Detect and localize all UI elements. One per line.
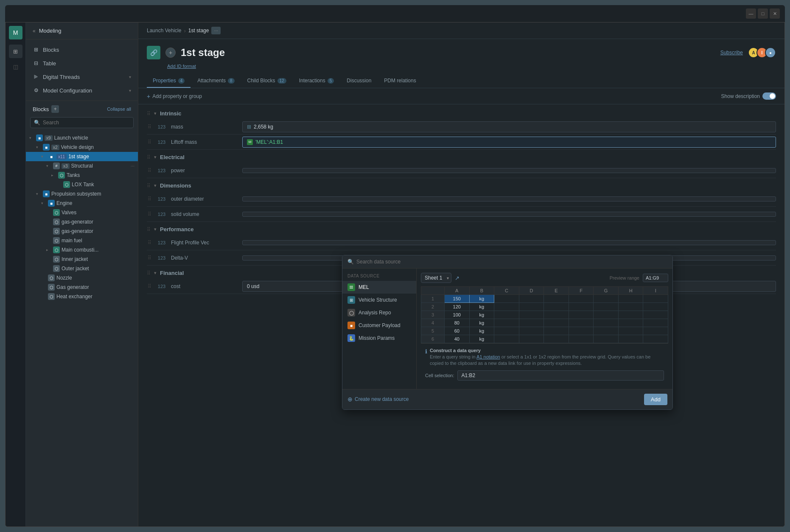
nav-icon-1[interactable]: ⊞ — [9, 45, 22, 58]
tab-child-blocks[interactable]: Child Blocks 12 — [241, 74, 292, 88]
grid-cell-4h[interactable] — [618, 319, 643, 327]
blocks-add-button[interactable]: + — [51, 105, 59, 113]
grid-cell-3a[interactable]: 100 — [445, 311, 470, 319]
section-header-intrinsic[interactable]: ⠿ ▾ Intrinsic — [147, 108, 776, 119]
grid-cell-4e[interactable] — [544, 319, 569, 327]
grid-header-h[interactable]: H — [618, 287, 643, 295]
section-header-electrical[interactable]: ⠿ ▾ Electrical — [147, 151, 776, 163]
grid-cell-5h[interactable] — [618, 327, 643, 335]
grid-cell-6a[interactable]: 40 — [445, 335, 470, 343]
tab-attachments[interactable]: Attachments 8 — [191, 74, 240, 88]
tree-item-nozzle[interactable]: ▸ ⬡ Nozzle — [26, 273, 138, 283]
nav-icon-2[interactable]: ◫ — [9, 60, 22, 73]
cell-selection-input[interactable] — [457, 370, 664, 381]
tab-properties[interactable]: Properties 4 — [147, 74, 190, 88]
tree-item-propulsion[interactable]: ▾ ■ Propulsion subsystem — [26, 189, 138, 199]
grid-cell-5d[interactable] — [519, 327, 544, 335]
toggle-switch[interactable] — [762, 92, 776, 100]
add-block-button[interactable]: + — [165, 48, 176, 58]
grid-cell-2h[interactable] — [618, 303, 643, 311]
add-data-button[interactable]: Add — [644, 394, 667, 405]
tree-item-gas-gen-main[interactable]: ▸ ⬡ Gas generator — [26, 283, 138, 292]
datasource-item-mission-params[interactable]: 🐍 Mission Params — [342, 332, 416, 344]
sidebar-item-model-config[interactable]: ⚙ Model Configuration ▾ — [26, 84, 138, 97]
grid-cell-1f[interactable] — [569, 295, 594, 303]
sidebar-item-digital-threads[interactable]: ⫸ Digital Threads ▾ — [26, 70, 138, 84]
value-cell[interactable] — [242, 240, 776, 245]
grid-cell-1b[interactable]: kg — [469, 295, 494, 303]
grid-cell-5i[interactable] — [643, 327, 668, 335]
grid-header-c[interactable]: C — [494, 287, 519, 295]
grid-cell-4d[interactable] — [519, 319, 544, 327]
grid-cell-6c[interactable] — [494, 335, 519, 343]
grid-cell-2d[interactable] — [519, 303, 544, 311]
grid-cell-5g[interactable] — [594, 327, 619, 335]
tree-item-engine[interactable]: ▾ ■ Engine — [26, 199, 138, 208]
sidebar-item-blocks[interactable]: ⊞ Blocks — [26, 43, 138, 56]
tree-item-inner-jacket[interactable]: ▸ ⬡ Inner jacket — [26, 255, 138, 264]
grid-cell-3c[interactable] — [494, 311, 519, 319]
datasource-search-input[interactable] — [356, 259, 667, 265]
value-cell[interactable]: ⊞ 2,658 kg — [242, 121, 776, 132]
grid-cell-4i[interactable] — [643, 319, 668, 327]
grid-header-i[interactable]: I — [643, 287, 668, 295]
grid-cell-1d[interactable] — [519, 295, 544, 303]
datasource-item-analysis-repo[interactable]: ◯ Analysis Repo — [342, 306, 416, 319]
grid-cell-2g[interactable] — [594, 303, 619, 311]
grid-cell-1i[interactable] — [643, 295, 668, 303]
tree-item-vehicle-design[interactable]: ▾ ■ x2 Vehicle design — [26, 143, 138, 152]
grid-cell-5b[interactable]: kg — [469, 327, 494, 335]
tree-item-valves[interactable]: ▸ ⬡ Valves — [26, 208, 138, 217]
tree-item-tanks[interactable]: ▸ ⬡ Tanks — [26, 171, 138, 180]
grid-cell-4c[interactable] — [494, 319, 519, 327]
preview-range-input[interactable] — [643, 274, 668, 282]
grid-cell-2e[interactable] — [544, 303, 569, 311]
external-link-button[interactable]: ↗ — [455, 275, 459, 281]
grid-cell-3b[interactable]: kg — [469, 311, 494, 319]
grid-cell-1g[interactable] — [594, 295, 619, 303]
subscribe-button[interactable]: Subscribe — [720, 50, 743, 56]
grid-cell-6i[interactable] — [643, 335, 668, 343]
add-id-format-button[interactable]: Add ID format — [167, 64, 196, 69]
tree-item-main-combusti[interactable]: ▸ ⬡ Main combusti... — [26, 245, 138, 255]
tree-item-gas-gen-1[interactable]: ▸ ⬡ gas-generator — [26, 217, 138, 227]
grid-cell-6h[interactable] — [618, 335, 643, 343]
grid-cell-2c[interactable] — [494, 303, 519, 311]
grid-cell-4f[interactable] — [569, 319, 594, 327]
grid-cell-2b[interactable]: kg — [469, 303, 494, 311]
grid-cell-3e[interactable] — [544, 311, 569, 319]
minimize-btn[interactable]: — — [746, 8, 756, 19]
section-header-performance[interactable]: ⠿ ▾ Performance — [147, 224, 776, 235]
collapse-all-button[interactable]: Collapse all — [107, 106, 131, 112]
grid-cell-5c[interactable] — [494, 327, 519, 335]
datasource-item-vehicle-structure[interactable]: ⊞ Vehicle Structure — [342, 294, 416, 306]
grid-header-d[interactable]: D — [519, 287, 544, 295]
close-btn[interactable]: ✕ — [770, 8, 780, 19]
grid-cell-3g[interactable] — [594, 311, 619, 319]
add-property-button[interactable]: + Add property or group — [147, 93, 202, 100]
value-cell[interactable] — [242, 196, 776, 202]
tab-pdm-relations[interactable]: PDM relations — [378, 74, 422, 88]
grid-cell-5e[interactable] — [544, 327, 569, 335]
tab-discussion[interactable]: Discussion — [341, 74, 377, 88]
value-cell[interactable] — [242, 168, 776, 173]
tree-item-gas-gen-2[interactable]: ▸ ⬡ gas-generator — [26, 227, 138, 236]
grid-cell-3i[interactable] — [643, 311, 668, 319]
grid-cell-2i[interactable] — [643, 303, 668, 311]
maximize-btn[interactable]: □ — [758, 8, 768, 19]
tab-interactions[interactable]: Interactions 5 — [293, 74, 340, 88]
grid-cell-1a[interactable]: 150 — [445, 295, 470, 303]
grid-cell-5f[interactable] — [569, 327, 594, 335]
create-datasource-button[interactable]: ⊕ Create new data source — [347, 396, 409, 403]
grid-cell-1e[interactable] — [544, 295, 569, 303]
grid-cell-1h[interactable] — [618, 295, 643, 303]
grid-header-b[interactable]: B — [469, 287, 494, 295]
grid-cell-4g[interactable] — [594, 319, 619, 327]
tree-item-heat-exchanger[interactable]: ▸ ⬡ Heat exchanger — [26, 292, 138, 301]
grid-cell-3h[interactable] — [618, 311, 643, 319]
grid-cell-2f[interactable] — [569, 303, 594, 311]
grid-cell-2a[interactable]: 120 — [445, 303, 470, 311]
grid-cell-6b[interactable]: kg — [469, 335, 494, 343]
tree-item-outer-jacket[interactable]: ▸ ⬡ Outer jacket — [26, 264, 138, 273]
datasource-item-mel[interactable]: MEL — [342, 281, 416, 294]
